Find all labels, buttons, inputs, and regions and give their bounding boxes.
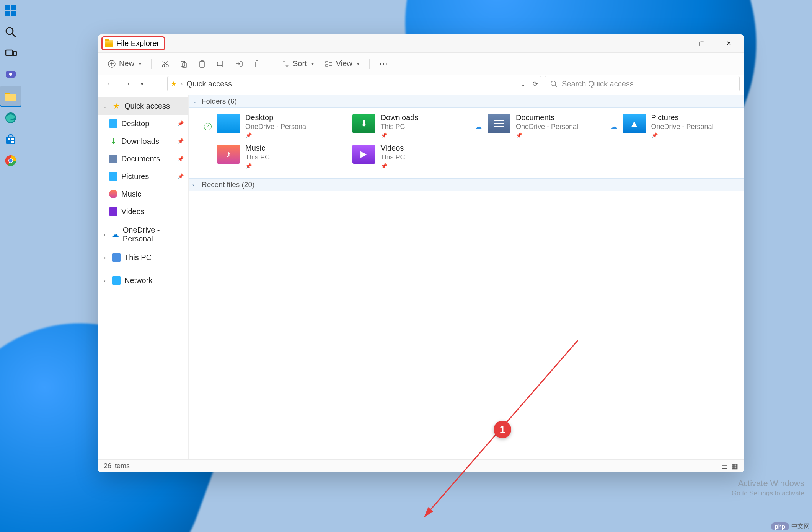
thumbnails-view-button[interactable]: ▦ [732,462,738,470]
svg-line-24 [555,85,557,87]
new-button[interactable]: New ▾ [103,56,146,72]
plus-circle-icon [108,60,116,68]
sidebar-item-label: OneDrive - Personal [123,226,184,243]
delete-button[interactable] [249,56,266,72]
minimize-button[interactable]: — [662,34,688,53]
refresh-button[interactable]: ⟳ [533,80,538,88]
svg-rect-20 [326,65,328,66]
taskbar-store[interactable] [0,129,21,150]
sidebar-onedrive[interactable]: › ☁ OneDrive - Personal [98,226,188,243]
history-dropdown[interactable]: ▾ [137,76,147,91]
copy-button[interactable] [175,56,192,72]
taskview-icon [4,47,17,60]
pin-icon: 📌 [245,132,308,138]
folder-tile-documents[interactable]: ☁ Documents OneDrive - Personal 📌 [474,113,602,140]
desktop-icon [109,119,117,128]
view-button[interactable]: View ▾ [320,56,364,72]
svg-point-30 [6,28,13,34]
forward-button[interactable]: → [120,76,134,91]
folder-icon [217,114,240,133]
group-header-recent[interactable]: › Recent files (20) [189,178,744,191]
taskbar-chat[interactable] [0,64,21,86]
folder-tile-desktop[interactable]: ✓ Desktop OneDrive - Personal 📌 [204,113,332,140]
view-icon [324,60,333,68]
chevron-down-icon: ▾ [357,61,359,67]
trash-icon [253,60,261,68]
folder-tile-downloads[interactable]: ⬇ Downloads This PC 📌 [339,113,467,140]
folder-tile-pictures[interactable]: ☁ ▲ Pictures OneDrive - Personal 📌 [610,113,738,140]
svg-rect-13 [240,62,242,66]
more-button[interactable]: ⋯ [375,56,392,72]
taskbar-taskview[interactable] [0,43,21,64]
cloud-icon: ☁ [111,230,119,239]
sidebar-item-pictures[interactable]: Pictures 📌 [98,168,188,185]
source-watermark: php 中文网 [771,522,810,530]
svg-rect-7 [181,61,185,66]
sidebar-item-videos[interactable]: Videos [98,203,188,220]
sidebar-item-downloads[interactable]: ⬇ Downloads 📌 [98,132,188,150]
sidebar-item-label: This PC [124,253,152,262]
sidebar-network[interactable]: › Network [98,272,188,289]
taskbar-file-explorer[interactable] [0,86,21,107]
sidebar: ⌄ ★ Quick access Desktop 📌 ⬇ Downloads 📌… [98,95,189,459]
cut-button[interactable] [157,56,174,72]
sidebar-item-music[interactable]: Music [98,185,188,203]
pin-icon: 📌 [245,163,270,169]
folder-icon: ⬇ [352,114,375,133]
maximize-button[interactable]: ▢ [688,34,715,53]
address-dropdown-icon[interactable]: ⌄ [520,80,526,88]
share-button[interactable] [230,56,247,72]
svg-rect-14 [255,62,259,67]
sidebar-this-pc[interactable]: › This PC [98,249,188,266]
paste-button[interactable] [194,56,210,72]
svg-rect-19 [326,62,328,63]
sort-button[interactable]: Sort ▾ [277,56,318,72]
sync-badge-icon: ✓ [204,123,212,130]
close-button[interactable]: ✕ [715,34,742,53]
svg-point-23 [551,81,556,86]
folder-location: OneDrive - Personal [651,123,714,131]
sidebar-item-label: Network [124,276,152,285]
svg-rect-38 [6,137,15,144]
folder-tile-music[interactable]: ♪ Music This PC 📌 [204,144,332,171]
pc-icon [112,253,121,262]
taskbar-chrome[interactable] [0,150,21,171]
rename-button[interactable] [212,56,229,72]
window-title-tab[interactable]: File Explorer [101,36,165,50]
taskbar-search[interactable] [0,21,21,43]
up-button[interactable]: ↑ [150,76,164,91]
group-header-folders[interactable]: ⌄ Folders (6) [189,95,744,108]
pin-icon: 📌 [177,173,184,179]
svg-line-31 [13,34,16,37]
folder-location: This PC [381,123,419,131]
taskbar-edge[interactable] [0,107,21,129]
chat-icon [4,68,17,81]
svg-rect-27 [11,5,16,10]
folder-name: Downloads [381,113,419,122]
search-icon [550,80,557,87]
svg-rect-28 [5,11,10,16]
address-bar[interactable]: ★ › Quick access ⌄ ⟳ [167,76,541,91]
folders-grid: ✓ Desktop OneDrive - Personal 📌 ⬇ Downlo… [189,108,744,178]
star-icon: ★ [171,80,177,88]
sidebar-item-documents[interactable]: Documents 📌 [98,150,188,168]
taskbar-start[interactable] [0,0,21,21]
rename-icon [216,60,225,68]
search-input[interactable]: Search Quick access [545,76,740,91]
sidebar-quick-access[interactable]: ⌄ ★ Quick access [98,97,188,115]
folder-tile-videos[interactable]: ▶ Videos This PC 📌 [339,144,467,171]
cloud-icon: ☁ [610,122,618,131]
back-button[interactable]: ← [102,76,117,91]
svg-rect-8 [183,63,186,68]
folder-location: This PC [245,153,270,161]
sidebar-item-label: Videos [121,207,145,216]
toolbar: New ▾ Sort ▾ View ▾ ⋯ [98,53,744,75]
pin-icon: 📌 [381,163,405,169]
share-icon [235,60,243,68]
details-view-button[interactable]: ☰ [722,462,728,470]
separator [151,59,152,69]
folder-name: Pictures [651,113,714,122]
status-bar: 26 items ☰ ▦ [98,459,744,472]
copy-icon [179,60,188,68]
sidebar-item-desktop[interactable]: Desktop 📌 [98,115,188,132]
